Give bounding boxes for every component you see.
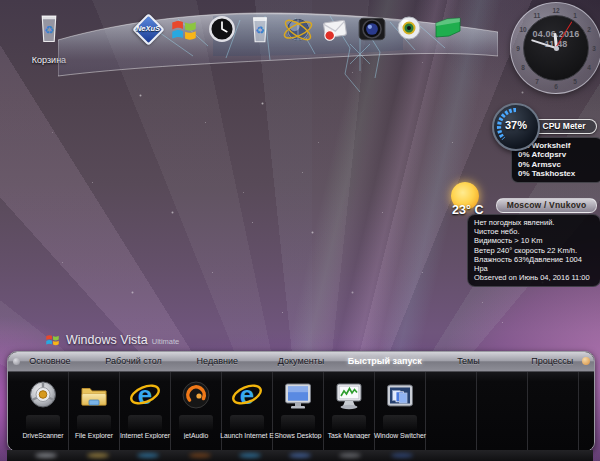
clock-number: 1	[573, 12, 577, 19]
icon-reflection	[179, 415, 213, 431]
weather-details: Нет погодных явлений. Чистое небо. Видим…	[467, 214, 600, 287]
folder-icon	[77, 379, 111, 413]
panel-reflection-strip	[7, 450, 593, 461]
cpu-gauge: 37%	[492, 103, 540, 151]
vista-branding: Windows Vista Ultimate	[44, 331, 179, 348]
tab-nedavnie[interactable]: Недавние	[175, 352, 259, 371]
dock-cell-empty	[426, 372, 477, 451]
recycle-bin-icon: ♻	[244, 13, 276, 47]
tab-osnovnoe[interactable]: Основное	[8, 352, 92, 371]
windows-flag-icon	[168, 13, 200, 45]
clock-number: 12	[552, 7, 559, 14]
bottom-panel: Основное Рабочий стол Недавние Документы…	[7, 351, 595, 452]
tab-rabochiy-stol[interactable]: Рабочий стол	[92, 352, 176, 371]
tab-dokumenty[interactable]: Документы	[259, 352, 343, 371]
dock-cell-empty	[528, 372, 579, 451]
icon-reflection	[230, 415, 264, 431]
tab-bystryy-zapusk[interactable]: Быстрый запуск	[343, 352, 427, 371]
weather-line: Чистое небо.	[474, 227, 596, 236]
dock-item-file-explorer[interactable]: File Explorer	[69, 372, 120, 451]
weather-line: Нет погодных явлений.	[474, 218, 596, 227]
cpu-process: 0% Taskhostex	[518, 169, 600, 178]
dock-recycle-bin[interactable]: ♻	[244, 13, 278, 47]
clock-widget[interactable]: 12 1 2 3 4 5 6 7 8 9 10 11 04.06.2016 11…	[510, 2, 600, 94]
panel-tab-bar: Основное Рабочий стол Недавние Документы…	[8, 352, 594, 372]
green-folder-icon	[431, 13, 465, 43]
reflection-smudge	[391, 453, 413, 458]
icon-reflection	[332, 415, 366, 431]
nexus-label: NeXuS	[129, 24, 167, 33]
dock-nexus-logo[interactable]: NeXuS	[129, 13, 167, 47]
weather-line: Ветер 240° скорость 22 Km/h.	[474, 246, 596, 255]
quick-launch-dock: DriveScanner File Explorer e	[8, 372, 594, 451]
panel-right-button[interactable]	[582, 357, 590, 365]
dock-mail[interactable]	[319, 13, 353, 47]
dock-item-shows-desktop[interactable]: Shows Desktop	[273, 372, 324, 451]
tab-temy[interactable]: Темы	[427, 352, 511, 371]
dock-item-internet-explorer[interactable]: e Internet Explorer	[120, 372, 171, 451]
clock-number: 4	[587, 64, 591, 71]
weather-line: Видимость > 10 Km	[474, 236, 596, 245]
mail-icon	[319, 13, 351, 45]
dock-green-folder[interactable]	[431, 13, 465, 47]
panel-left-button[interactable]	[13, 358, 20, 365]
clock-number: 6	[554, 83, 558, 90]
icon-reflection	[383, 415, 417, 431]
weather-location: Moscow / Vnukovo	[496, 198, 597, 213]
window-switcher-icon	[383, 379, 417, 413]
dock-item-window-switcher[interactable]: Window Switcher	[375, 372, 426, 451]
weather-widget[interactable]: 23° C Moscow / Vnukovo Нет погодных явле…	[448, 180, 598, 272]
cpu-meter-widget[interactable]: 37% CPU Meter 5% Workshelf 0% Afcdpsrv 0…	[492, 103, 598, 179]
dock-clock[interactable]	[206, 13, 240, 47]
weather-line: Observed on Июнь 04, 2016 11:00	[474, 273, 596, 282]
jetaudio-icon	[179, 379, 213, 413]
cpu-process: 0% Armsvc	[518, 160, 600, 169]
dock-item-launch-internet[interactable]: e Launch Internet E	[222, 372, 273, 451]
cpu-meter-title: CPU Meter	[531, 119, 597, 134]
clock-number: 11	[534, 12, 541, 19]
icon-reflection	[128, 415, 162, 431]
globe-atom-icon	[281, 13, 315, 47]
wallpaper: ♻ Корзина NeXuS	[0, 0, 600, 461]
clock-number: 7	[535, 78, 539, 85]
dock-windows-start[interactable]	[168, 13, 202, 47]
reflection-smudge	[289, 453, 311, 458]
eye-orb-icon	[394, 13, 424, 43]
windows-flag-icon	[44, 331, 61, 348]
reflection-smudge	[87, 453, 109, 458]
vista-name: Windows Vista	[66, 333, 148, 347]
reflection-smudge	[189, 453, 211, 458]
dock-cell-empty	[477, 372, 528, 451]
icon-reflection	[77, 415, 111, 431]
dock-item-label: Window Switcher	[369, 432, 431, 439]
desktop-monitor-icon	[281, 379, 315, 413]
dock-item-drivescanner[interactable]: DriveScanner	[18, 372, 69, 451]
wallpaper-stars	[0, 0, 1, 1]
reflection-smudge	[35, 453, 57, 458]
weather-line: Влажность 63%Давление 1004 Hpa	[474, 255, 596, 273]
dock-network-globe[interactable]	[281, 13, 315, 47]
dock-camera[interactable]	[356, 13, 390, 47]
clock-icon	[206, 13, 238, 45]
clock-number: 8	[521, 64, 525, 71]
dock-item-jetaudio[interactable]: jetAudio	[171, 372, 222, 451]
reflection-smudge	[339, 453, 361, 458]
svg-text:♻: ♻	[44, 24, 54, 36]
icon-reflection	[26, 415, 60, 431]
task-manager-icon	[332, 379, 366, 413]
internet-explorer-icon: e	[230, 379, 264, 413]
vista-edition: Ultimate	[152, 337, 180, 346]
clock-center-cap	[554, 46, 559, 51]
internet-explorer-icon: e	[128, 379, 162, 413]
svg-text:♻: ♻	[255, 24, 265, 36]
camera-lens-icon	[356, 13, 388, 45]
drivescanner-icon	[26, 379, 60, 413]
cpu-process: 0% Afcdpsrv	[518, 150, 600, 159]
dock-eye-orb[interactable]	[394, 13, 428, 47]
reflection-smudge	[239, 453, 261, 458]
icon-reflection	[281, 415, 315, 431]
dock-item-task-manager[interactable]: Task Manager	[324, 372, 375, 451]
clock-number: 5	[573, 78, 577, 85]
reflection-smudge	[137, 453, 159, 458]
cpu-usage-value: 37%	[494, 119, 538, 131]
